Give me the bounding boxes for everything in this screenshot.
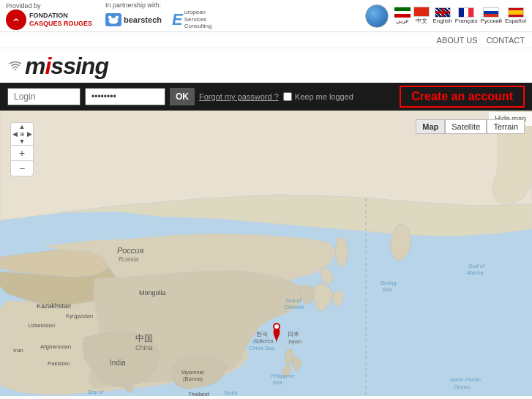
svg-text:Ocean: Ocean xyxy=(454,384,470,390)
map-nav: ▲ ◀ ⊕ ▶ ▼ xyxy=(11,123,33,145)
svg-point-4 xyxy=(15,69,16,70)
svg-text:Россия: Россия xyxy=(117,246,143,255)
svg-text:Bering: Bering xyxy=(381,280,397,286)
partnership-label: In partnership with: xyxy=(105,1,217,9)
map-type-satellite[interactable]: Satellite xyxy=(445,119,487,134)
svg-text:Thailand: Thailand xyxy=(188,391,209,396)
keep-logged-container: Keep me logged xyxy=(283,92,353,101)
svg-text:North Pacific: North Pacific xyxy=(450,376,482,383)
svg-text:India: India xyxy=(110,359,126,367)
svg-text:Gulf of: Gulf of xyxy=(468,263,485,269)
svg-text:Uzbekistan: Uzbekistan xyxy=(28,322,55,329)
login-input[interactable] xyxy=(7,88,80,105)
logo-area: missing xyxy=(0,48,532,83)
globe-icon xyxy=(365,4,389,28)
zoom-out-button[interactable]: − xyxy=(11,161,33,176)
svg-text:Russia: Russia xyxy=(119,256,139,263)
keep-logged-label: Keep me logged xyxy=(295,92,353,101)
wifi-icon xyxy=(9,60,22,72)
lang-en[interactable]: English xyxy=(432,7,452,24)
bearstech-label: bearstech xyxy=(124,15,162,24)
lang-zh[interactable]: 中文 xyxy=(413,7,430,25)
svg-text:Alaska: Alaska xyxy=(466,269,484,276)
login-bar: OK Forgot my password ? Keep me logged C… xyxy=(0,83,532,111)
forgot-password-link[interactable]: Forgot my password ? xyxy=(199,92,279,101)
svg-text:Mongolia: Mongolia xyxy=(139,289,166,297)
svg-text:日本: 日本 xyxy=(288,331,299,338)
zoom-in-button[interactable]: + xyxy=(11,146,33,160)
svg-text:Sea: Sea xyxy=(382,286,391,293)
create-account-button[interactable]: Create an account xyxy=(400,86,525,108)
map-pan-center[interactable]: ⊕ xyxy=(18,130,26,138)
lang-ru[interactable]: Русский xyxy=(480,7,502,24)
contact-link[interactable]: CONTACT xyxy=(487,36,525,45)
esc-logo: E uropean Services Consulting xyxy=(172,9,212,30)
nav-bar: ABOUT US CONTACT xyxy=(0,32,532,48)
svg-text:Bengal: Bengal xyxy=(86,395,104,396)
svg-text:한국: 한국 xyxy=(256,331,268,338)
map-pan-left[interactable]: ◀ xyxy=(11,130,18,138)
about-us-link[interactable]: ABOUT US xyxy=(437,36,478,45)
map-type-map[interactable]: Map xyxy=(416,119,445,134)
bearstech-logo: bearstech xyxy=(105,13,162,26)
svg-point-50 xyxy=(274,324,279,329)
svg-text:Myanmar: Myanmar xyxy=(181,369,205,376)
ok-button[interactable]: OK xyxy=(170,88,195,105)
map-type-controls: Map Satellite Terrain xyxy=(416,119,525,134)
map-controls: ▲ ◀ ⊕ ▶ ▼ + − xyxy=(10,122,34,176)
provided-by-label: Provided by xyxy=(6,2,97,10)
fcr-text: FONDATION CASQUES ROUGES xyxy=(29,12,92,28)
map-container: Россия Russia Kazakhstan Mongolia 中国 Chi… xyxy=(0,111,532,396)
site-logo: missing xyxy=(25,53,108,80)
language-selector: عربي 中文 English Français xyxy=(394,7,526,25)
fcr-icon xyxy=(6,10,26,30)
lang-ar[interactable]: عربي xyxy=(394,7,411,24)
svg-text:Philippine: Philippine xyxy=(271,373,295,379)
svg-text:Okhotsk: Okhotsk xyxy=(284,304,305,310)
svg-text:Pakistan: Pakistan xyxy=(48,360,70,367)
svg-text:S.Korea: S.Korea xyxy=(255,338,273,343)
esc-text: uropean Services Consulting xyxy=(184,9,212,30)
map-pan-right[interactable]: ▶ xyxy=(26,130,33,138)
svg-text:South: South xyxy=(223,389,238,396)
svg-text:Kazakhstan: Kazakhstan xyxy=(37,302,71,310)
svg-text:Sea: Sea xyxy=(272,379,282,386)
svg-text:中国: 中国 xyxy=(135,333,153,343)
svg-text:China: China xyxy=(135,344,153,351)
svg-point-3 xyxy=(109,18,119,23)
fondation-logo: FONDATION CASQUES ROUGES xyxy=(6,10,92,30)
map-svg: Россия Russia Kazakhstan Mongolia 中国 Chi… xyxy=(0,111,532,396)
svg-text:Japan: Japan xyxy=(288,339,301,345)
svg-text:Iran: Iran xyxy=(13,347,23,354)
svg-text:China Sea: China Sea xyxy=(249,345,274,351)
map-type-terrain[interactable]: Terrain xyxy=(487,119,525,134)
esc-icon: E xyxy=(172,10,183,29)
keep-logged-checkbox[interactable] xyxy=(283,92,292,101)
password-input[interactable] xyxy=(85,88,165,105)
svg-text:Kyrgyzstan: Kyrgyzstan xyxy=(66,313,93,319)
map-pan-down[interactable]: ▼ xyxy=(18,138,26,145)
lang-fr[interactable]: Français xyxy=(455,7,478,24)
map-zoom-box: ▲ ◀ ⊕ ▶ ▼ + − xyxy=(10,122,34,176)
svg-text:Sea of: Sea of xyxy=(285,297,302,304)
svg-text:Afghanistan: Afghanistan xyxy=(40,343,71,350)
map-pan-up[interactable]: ▲ xyxy=(18,123,26,130)
lang-es[interactable]: Español xyxy=(505,7,526,24)
header: Provided by FONDATION CASQUES ROUGES In … xyxy=(0,0,532,32)
bear-icon xyxy=(105,13,121,26)
svg-text:(Burma): (Burma) xyxy=(183,376,203,382)
